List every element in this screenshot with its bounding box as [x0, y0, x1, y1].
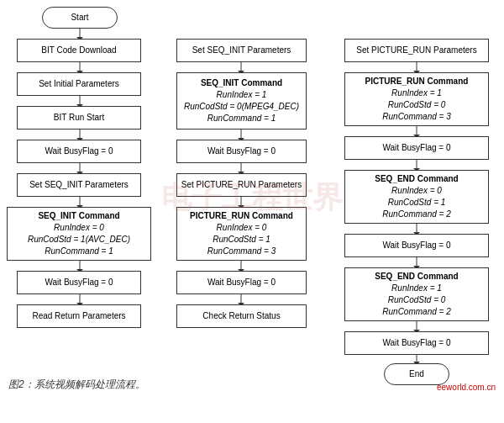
- seq-end1-line2: RunCodStd = 1: [388, 197, 446, 209]
- website-label: eeworld.com.cn: [437, 383, 496, 392]
- seq-end1-title: SEQ_END Command: [375, 173, 458, 185]
- bit-download-label: BIT Code Download: [41, 45, 116, 56]
- wait1-label: Wait BusyFlag = 0: [45, 145, 113, 157]
- seq-cmd2-box: SEQ_INIT Command RunIndex = 1 RunCodStd …: [176, 72, 307, 130]
- wait4-box: Wait BusyFlag = 0: [176, 271, 307, 294]
- set-pic2-box: Set PICTURE_RUN Parameters: [344, 39, 489, 62]
- wait5-box: Wait BusyFlag = 0: [344, 136, 489, 160]
- check-ret-label: Check Return Status: [202, 310, 280, 322]
- set-seq-box: Set SEQ_INIT Parameters: [17, 173, 141, 197]
- bit-run-box: BIT Run Start: [17, 106, 141, 130]
- set-seq2-box: Set SEQ_INIT Parameters: [176, 39, 307, 62]
- end-node: End: [384, 363, 449, 385]
- seq-end1-line1: RunIndex = 0: [391, 185, 442, 197]
- read-ret-box: Read Return Parameters: [17, 304, 141, 328]
- seq-cmd2-line1: RunIndex = 1: [217, 89, 267, 101]
- wait4-label: Wait BusyFlag = 0: [207, 277, 276, 288]
- wait7-label: Wait BusyFlag = 0: [382, 337, 450, 349]
- pic-cmd2-line1: RunIndex = 1: [391, 87, 442, 99]
- check-ret-box: Check Return Status: [176, 304, 307, 328]
- wait7-box: Wait BusyFlag = 0: [344, 331, 489, 355]
- set-seq2-label: Set SEQ_INIT Parameters: [192, 45, 291, 56]
- bit-run-label: BIT Run Start: [54, 112, 104, 124]
- seq-end2-title: SEQ_END Command: [375, 271, 458, 283]
- pic-cmd-line1: RunIndex = 0: [217, 222, 267, 234]
- diagram-container: 电子工程世界: [0, 0, 504, 395]
- seq-cmd-line1: RunIndex = 0: [54, 222, 104, 234]
- read-ret-label: Read Return Parameters: [32, 310, 125, 322]
- wait3-box: Wait BusyFlag = 0: [176, 140, 307, 163]
- caption: 图2：系统视频解码处理流程。: [8, 378, 145, 392]
- seq-end1-box: SEQ_END Command RunIndex = 0 RunCodStd =…: [344, 170, 489, 224]
- wait2-box: Wait BusyFlag = 0: [17, 271, 141, 294]
- pic-cmd2-line2: RunCodStd = 0: [388, 99, 446, 111]
- wait6-label: Wait BusyFlag = 0: [382, 240, 450, 251]
- pic-cmd-title: PICTURE_RUN Command: [190, 210, 293, 222]
- set-seq-label: Set SEQ_INIT Parameters: [29, 179, 129, 191]
- pic-cmd-box: PICTURE_RUN Command RunIndex = 0 RunCodS…: [176, 207, 307, 261]
- website-text: eeworld.com.cn: [437, 383, 496, 392]
- pic-cmd2-box: PICTURE_RUN Command RunIndex = 1 RunCodS…: [344, 72, 489, 126]
- caption-text: 图2：系统视频解码处理流程。: [8, 378, 145, 390]
- wait1-box: Wait BusyFlag = 0: [17, 140, 141, 163]
- set-initial-label: Set Initial Parameters: [39, 78, 119, 90]
- seq-cmd2-line3: RunCommand = 1: [207, 113, 276, 124]
- wait6-box: Wait BusyFlag = 0: [344, 234, 489, 257]
- seq-end1-line3: RunCommand = 2: [382, 209, 450, 220]
- set-pic2-label: Set PICTURE_RUN Parameters: [356, 45, 476, 56]
- seq-end2-line3: RunCommand = 2: [382, 306, 450, 318]
- seq-end2-box: SEQ_END Command RunIndex = 1 RunCodStd =…: [344, 267, 489, 321]
- seq-end2-line1: RunIndex = 1: [391, 283, 442, 294]
- seq-cmd-box: SEQ_INIT Command RunIndex = 0 RunCodStd …: [7, 207, 151, 261]
- set-pic-box: Set PICTURE_RUN Parameters: [176, 173, 307, 197]
- pic-cmd-line2: RunCodStd = 1: [213, 234, 270, 246]
- pic-cmd2-title: PICTURE_RUN Command: [365, 76, 469, 87]
- wait2-label: Wait BusyFlag = 0: [45, 277, 113, 288]
- seq-end2-line2: RunCodStd = 0: [388, 294, 446, 306]
- seq-cmd2-title: SEQ_INIT Command: [201, 77, 282, 89]
- bit-download-box: BIT Code Download: [17, 39, 141, 62]
- wait3-label: Wait BusyFlag = 0: [207, 145, 276, 157]
- seq-cmd-title: SEQ_INIT Command: [38, 210, 119, 222]
- set-initial-box: Set Initial Parameters: [17, 72, 141, 96]
- start-node: Start: [42, 7, 118, 29]
- seq-cmd2-line2: RunCodStd = 0(MPEG4_DEC): [184, 101, 299, 113]
- pic-cmd2-line3: RunCommand = 3: [382, 111, 450, 123]
- set-pic-label: Set PICTURE_RUN Parameters: [181, 179, 302, 191]
- seq-cmd-line3: RunCommand = 1: [45, 246, 113, 257]
- end-label: End: [409, 368, 424, 380]
- start-label: Start: [71, 12, 88, 24]
- seq-cmd-line2: RunCodStd = 1(AVC_DEC): [28, 234, 130, 246]
- pic-cmd-line3: RunCommand = 3: [207, 246, 276, 257]
- wait5-label: Wait BusyFlag = 0: [382, 142, 450, 154]
